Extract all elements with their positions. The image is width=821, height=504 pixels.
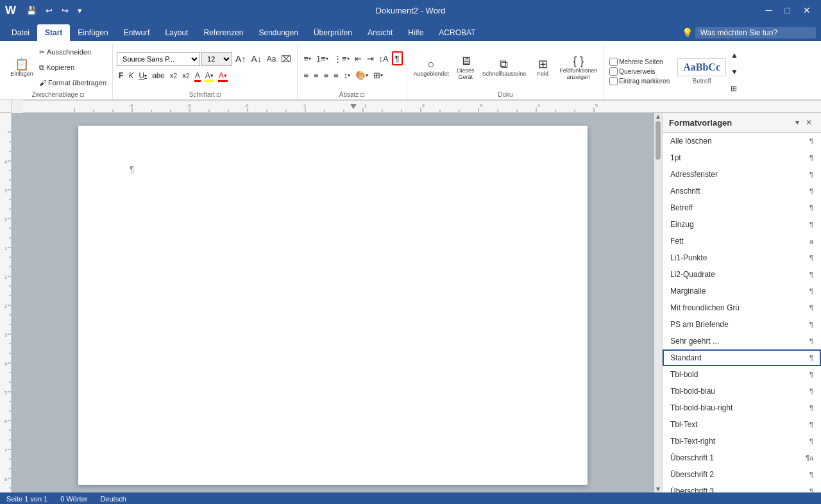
styles-panel-close[interactable]: ✕ xyxy=(803,117,815,128)
text-color-button[interactable]: A▾ xyxy=(217,69,229,83)
save-qat-button[interactable]: 💾 xyxy=(24,4,39,17)
tab-start[interactable]: Start xyxy=(37,24,70,41)
bold-button[interactable]: F xyxy=(117,69,125,83)
style-item[interactable]: 1pt¶ xyxy=(663,149,821,166)
strikethrough-button[interactable]: abc xyxy=(150,69,166,83)
italic-button[interactable]: K xyxy=(126,69,135,83)
styles-scroll-down[interactable]: ▼ xyxy=(729,65,740,79)
scrollbar-thumb[interactable] xyxy=(656,121,661,160)
justify-button[interactable]: ≡ xyxy=(332,68,341,82)
tab-sendungen[interactable]: Sendungen xyxy=(251,24,306,41)
scrollbar-track[interactable] xyxy=(654,120,662,485)
align-left-button[interactable]: ≡ xyxy=(301,68,310,82)
feldfunktionen-button[interactable]: { } Feldfunktionenanzeigen xyxy=(557,54,600,81)
increase-indent-button[interactable]: ⇥ xyxy=(365,51,376,65)
document-page[interactable]: ¶ xyxy=(78,126,588,485)
style-item[interactable]: Marginalie¶ xyxy=(663,283,821,299)
show-formatting-button[interactable]: ¶ xyxy=(392,51,403,65)
tab-entwurf[interactable]: Entwurf xyxy=(116,24,158,41)
clear-format-button[interactable]: ⌧ xyxy=(279,52,293,66)
paragraph-cursor[interactable]: ¶ xyxy=(130,164,536,174)
change-case-button[interactable]: Aa xyxy=(265,52,278,66)
font-expand-icon[interactable]: ⊡ xyxy=(216,92,221,98)
undo-qat-button[interactable]: ↩ xyxy=(43,4,55,17)
style-item[interactable]: Adressfenster¶ xyxy=(663,166,821,183)
tab-datei[interactable]: Datei xyxy=(4,24,37,41)
redo-qat-button[interactable]: ↪ xyxy=(59,4,71,17)
feld-button[interactable]: ⊞ Feld xyxy=(531,57,554,78)
tab-einfuegen[interactable]: Einfügen xyxy=(70,24,115,41)
style-item[interactable]: Li2-Quadrate¶ xyxy=(663,266,821,283)
maximize-button[interactable]: □ xyxy=(780,3,795,18)
superscript-button[interactable]: x2 xyxy=(180,69,192,83)
tab-hilfe[interactable]: Hilfe xyxy=(400,24,431,41)
highlight-color-button[interactable]: A▾ xyxy=(203,69,216,83)
style-item[interactable]: Alle löschen¶ xyxy=(663,133,821,149)
vertical-scrollbar[interactable]: ▲ ▼ xyxy=(654,113,662,492)
multilevel-button[interactable]: ⋮≡▾ xyxy=(332,51,351,65)
svg-text:4: 4 xyxy=(4,361,8,367)
style-item[interactable]: PS am Briefende¶ xyxy=(663,316,821,333)
close-button[interactable]: ✕ xyxy=(798,3,816,18)
style-item[interactable]: Überschrift 2¶ xyxy=(663,466,821,483)
style-item[interactable]: Überschrift 1¶a xyxy=(663,449,821,466)
styles-scroll-up[interactable]: ▲ xyxy=(729,48,740,62)
title-bar: W 💾 ↩ ↪ ▾ Dokument2 - Word ─ □ ✕ xyxy=(0,0,821,21)
font-color-button[interactable]: A xyxy=(193,69,202,83)
scroll-down-button[interactable]: ▼ xyxy=(655,485,661,492)
decrease-font-button[interactable]: A↓ xyxy=(249,52,263,66)
scroll-up-button[interactable]: ▲ xyxy=(655,113,661,120)
shading-button[interactable]: 🎨▾ xyxy=(353,68,370,82)
minimize-button[interactable]: ─ xyxy=(761,3,777,18)
einfuegen-button[interactable]: 📋 Einfügen xyxy=(8,57,36,78)
search-bar[interactable]: Was möchten Sie tun? xyxy=(695,27,816,38)
align-right-button[interactable]: ≡ xyxy=(322,68,331,82)
font-size-select[interactable]: 12 xyxy=(201,52,232,66)
dieses-geraet-button[interactable]: 🖥 DiesesGerät xyxy=(454,54,477,81)
underline-button[interactable]: U▾ xyxy=(137,69,149,83)
style-item[interactable]: Tbl-bold¶ xyxy=(663,366,821,383)
style-item[interactable]: Tbl-bold-blau¶ xyxy=(663,383,821,399)
document-canvas[interactable]: ¶ xyxy=(12,113,654,492)
style-item[interactable]: Sehr geehrt ...¶ xyxy=(663,333,821,349)
clipboard-expand-icon[interactable]: ⊡ xyxy=(80,92,85,98)
style-item[interactable]: Tbl-Text-right¶ xyxy=(663,433,821,449)
bullets-button[interactable]: ≡▾ xyxy=(301,51,313,65)
decrease-indent-button[interactable]: ⇤ xyxy=(353,51,364,65)
tab-ansicht[interactable]: Ansicht xyxy=(360,24,400,41)
style-item[interactable]: Überschrift 3¶ xyxy=(663,483,821,492)
mehrere-seiten-checkbox[interactable] xyxy=(609,58,618,66)
numbering-button[interactable]: 1≡▾ xyxy=(314,51,330,65)
sort-button[interactable]: ↕A xyxy=(377,51,391,65)
querverweis-checkbox[interactable] xyxy=(609,67,618,76)
tab-acrobat[interactable]: ACROBAT xyxy=(431,24,483,41)
style-item[interactable]: Tbl-bold-blau-right¶ xyxy=(663,399,821,416)
eintrag-markieren-checkbox[interactable] xyxy=(609,77,618,85)
style-item[interactable]: Mit freundlichen Grü¶ xyxy=(663,299,821,316)
ausschneiden-button[interactable]: ✂ Ausschneiden xyxy=(37,45,108,59)
styles-expand[interactable]: ⊞ xyxy=(729,81,740,96)
schnellbausteine-button[interactable]: ⧉ Schnellbausteine xyxy=(480,57,529,78)
borders-button[interactable]: ⊞▾ xyxy=(371,68,385,82)
align-center-button[interactable]: ≡ xyxy=(312,68,321,82)
format-uebertragen-button[interactable]: 🖌 Format übertragen xyxy=(37,76,108,90)
style-item[interactable]: Einzug¶ xyxy=(663,216,821,233)
tab-layout[interactable]: Layout xyxy=(157,24,196,41)
qat-dropdown-button[interactable]: ▾ xyxy=(75,4,85,17)
style-item[interactable]: Li1-Punkte¶ xyxy=(663,249,821,266)
tab-referenzen[interactable]: Referenzen xyxy=(196,24,251,41)
increase-font-button[interactable]: A↑ xyxy=(233,52,248,66)
style-item[interactable]: Fetta xyxy=(663,233,821,249)
style-item[interactable]: Betreff¶ xyxy=(663,199,821,216)
tab-ueberpruefen[interactable]: Überprüfen xyxy=(306,24,360,41)
line-spacing-button[interactable]: ↕▾ xyxy=(342,68,353,82)
ausgeblendet-button[interactable]: ○ Ausgeblendet xyxy=(411,57,452,78)
styles-panel-dropdown[interactable]: ▾ xyxy=(793,117,802,128)
style-item[interactable]: Standard¶ xyxy=(663,349,821,366)
kopieren-button[interactable]: ⧉ Kopieren xyxy=(37,60,108,74)
absatz-expand-icon[interactable]: ⊡ xyxy=(360,92,365,98)
style-item[interactable]: Anschrift¶ xyxy=(663,183,821,199)
style-item[interactable]: Tbl-Text¶ xyxy=(663,416,821,433)
font-name-select[interactable]: Source Sans P... xyxy=(117,52,200,66)
subscript-button[interactable]: x2 xyxy=(168,69,180,83)
